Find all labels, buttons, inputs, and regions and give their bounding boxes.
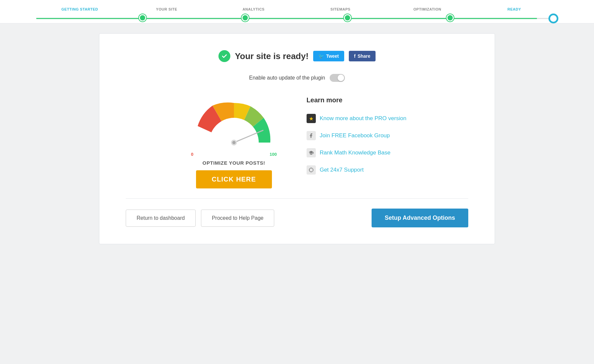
gauge-label-100: 100 [270,152,277,157]
learn-item-support-text: Get 24x7 Support [320,167,364,173]
step-label-sitemaps: Sitemaps [297,7,384,11]
auto-update-row: Enable auto update of the plugin [126,74,468,82]
facebook-icon: f [354,53,356,59]
step-label-optimization: Optimization [384,7,471,11]
step-dot-1 [139,14,146,21]
learn-item-support[interactable]: Get 24x7 Support [307,162,407,178]
main-card: Your site is ready! 🐦 Tweet f Share Enab… [99,33,495,244]
auto-update-toggle[interactable] [330,74,345,82]
learn-item-pro-text: Know more about the PRO version [320,115,407,122]
learn-more-section: Learn more ★ Know more about the PRO ver… [307,96,407,178]
proceed-help-button[interactable]: Proceed to Help Page [201,210,275,227]
optimize-text: Optimize your posts! [203,160,265,166]
return-dashboard-button[interactable]: Return to dashboard [126,210,196,227]
learn-more-title: Learn more [307,96,407,104]
ready-title: Your site is ready! [235,51,309,61]
support-icon [307,165,316,175]
step-dot-2 [242,14,249,21]
learn-item-facebook[interactable]: Join FREE Facebook Group [307,128,407,144]
share-label: Share [357,53,370,59]
gauge-section: 0 100 Optimize your posts! CLICK HERE Le… [126,96,468,188]
stepper-labels: Getting Started Your Site Analytics Site… [36,7,558,11]
step-dot-0 [36,14,44,21]
facebook-group-icon [307,131,316,140]
stepper-bar: Getting Started Your Site Analytics Site… [0,0,594,23]
tweet-label: Tweet [326,53,339,59]
click-here-button[interactable]: CLICK HERE [196,170,272,188]
share-button[interactable]: f Share [349,51,376,61]
gauge-svg-wrap [188,96,280,150]
setup-advanced-button[interactable]: Setup Advanced Options [372,209,468,227]
step-dot-3 [344,14,351,21]
check-circle-icon [218,50,230,62]
auto-update-label: Enable auto update of the plugin [249,75,325,81]
twitter-icon: 🐦 [318,53,324,59]
learn-item-knowledge-text: Rank Math Knowledge Base [320,149,391,156]
gauge-label-0: 0 [191,152,193,157]
step-label-analytics: Analytics [210,7,297,11]
gauge-container: 0 100 Optimize your posts! CLICK HERE [188,96,280,188]
step-label-your-site: Your Site [123,7,210,11]
step-label-ready: Ready [471,7,558,11]
toggle-thumb [338,75,344,81]
gauge-svg [188,96,280,149]
svg-point-3 [232,141,236,144]
bottom-buttons: Return to dashboard Proceed to Help Page… [126,209,468,227]
knowledge-base-icon [307,148,316,157]
card-header: Your site is ready! 🐦 Tweet f Share [126,50,468,62]
card-divider [126,198,468,199]
learn-item-facebook-text: Join FREE Facebook Group [320,132,390,139]
learn-item-pro[interactable]: ★ Know more about the PRO version [307,111,407,126]
page-outer: Getting Started Your Site Analytics Site… [0,0,594,364]
stepper-dots [36,14,558,23]
gauge-labels: 0 100 [191,152,277,157]
step-dot-5 [549,14,558,23]
step-dot-4 [446,14,454,21]
tweet-button[interactable]: 🐦 Tweet [313,51,344,61]
stepper-track [36,14,558,23]
step-label-getting-started: Getting Started [36,7,123,11]
learn-item-knowledge[interactable]: Rank Math Knowledge Base [307,145,407,161]
star-icon: ★ [307,114,316,123]
